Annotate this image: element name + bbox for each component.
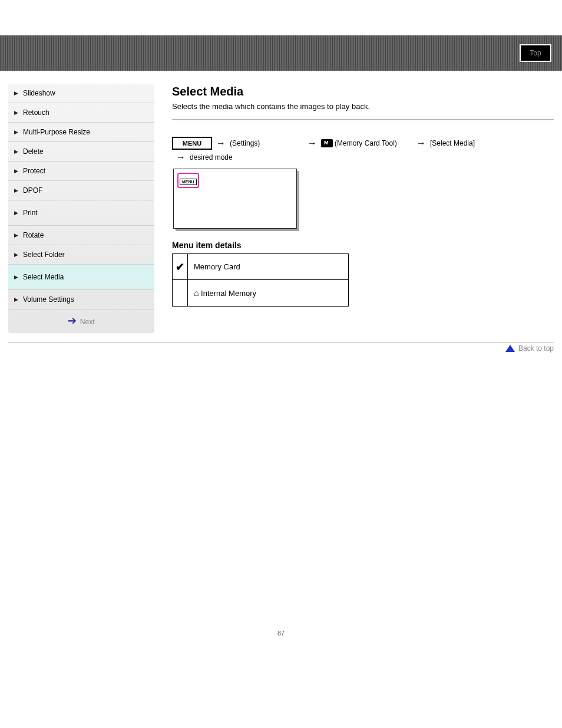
path-step-settings: (Settings) (230, 139, 303, 147)
page-title: Select Media (172, 85, 554, 98)
arrow-right-icon: → (412, 138, 430, 149)
sidebar-item-label: Delete (23, 147, 44, 156)
path-step-mode: desired mode (190, 153, 554, 162)
sidebar-next-label: Next (80, 318, 95, 326)
divider (172, 119, 554, 120)
chevron-right-icon: ▶ (14, 210, 18, 216)
sidebar-item-label: Volume Settings (23, 295, 74, 304)
page-number: 87 (0, 630, 562, 648)
path-step-memory-card-tool: (Memory Card Tool) (321, 139, 412, 147)
sidebar-item-dpof[interactable]: ▶DPOF (8, 181, 154, 200)
options-heading: Menu item details (172, 241, 554, 250)
arrow-right-icon: → (212, 138, 230, 149)
menu-highlight: MENU (177, 173, 199, 188)
header-band: Top (0, 35, 562, 71)
sidebar-item-resize[interactable]: ▶Multi-Purpose Resize (8, 123, 154, 142)
internal-memory-icon: ⌂ (194, 288, 199, 298)
sidebar-item-protect[interactable]: ▶Protect (8, 162, 154, 181)
chevron-right-icon: ▶ (14, 110, 18, 116)
path-step-select-media: [Select Media] (430, 139, 554, 147)
menu-path: MENU → (Settings) → (Memory Card Tool) →… (172, 137, 554, 150)
sidebar-item-label: Retouch (23, 108, 49, 117)
sidebar-item-label: Select Media (23, 273, 64, 281)
main-content: Select Media Selects the media which con… (172, 84, 554, 307)
memory-card-icon (321, 139, 333, 147)
page-subtitle: Selects the media which contains the ima… (172, 102, 554, 111)
check-cell-empty (173, 280, 188, 307)
sidebar-item-label: DPOF (23, 186, 42, 195)
option-label: ⌂ Internal Memory (188, 280, 349, 307)
chevron-right-icon: ▶ (14, 149, 18, 154)
chevron-right-icon: ▶ (14, 187, 18, 193)
back-to-top[interactable]: Back to top (8, 342, 554, 353)
sidebar-item-rotate[interactable]: ▶Rotate (8, 226, 154, 245)
sidebar-item-label: Slideshow (23, 89, 55, 97)
menu-button-icon-small: MENU (180, 179, 197, 185)
option-text: Internal Memory (201, 289, 256, 298)
sidebar-item-label: Select Folder (23, 251, 65, 259)
sidebar-item-print[interactable]: ▶Print (8, 200, 154, 226)
sidebar-item-label: Rotate (23, 231, 44, 239)
arrow-right-icon: ➔ (68, 315, 75, 327)
chevron-right-icon: ▶ (14, 90, 18, 96)
sidebar-item-label: Print (23, 209, 38, 217)
sidebar-item-retouch[interactable]: ▶Retouch (8, 103, 154, 123)
back-to-top-label: Back to top (518, 344, 554, 353)
sidebar-item-volume[interactable]: ▶Volume Settings (8, 290, 154, 309)
sidebar-item-label: Multi-Purpose Resize (23, 128, 90, 136)
options-table: ✔ Memory Card ⌂ Internal Memory (172, 253, 349, 307)
arrow-right-icon: → (172, 152, 190, 163)
path-step-label: (Memory Card Tool) (335, 139, 397, 147)
table-row: ⌂ Internal Memory (173, 280, 349, 307)
sidebar-item-delete[interactable]: ▶Delete (8, 142, 154, 162)
sidebar-next[interactable]: ➔ Next (8, 309, 154, 333)
arrow-up-icon (505, 345, 515, 352)
chevron-right-icon: ▶ (14, 129, 18, 135)
camera-screenshot: MENU (173, 169, 297, 229)
menu-button-icon: MENU (172, 137, 212, 150)
header-tab[interactable]: Top (520, 44, 551, 62)
sidebar-item-label: Protect (23, 167, 45, 175)
chevron-right-icon: ▶ (14, 297, 18, 302)
sidebar-item-select-media[interactable]: ▶Select Media (8, 265, 154, 290)
arrow-right-icon: → (303, 138, 321, 149)
chevron-right-icon: ▶ (14, 252, 18, 258)
sidebar-item-select-folder[interactable]: ▶Select Folder (8, 245, 154, 265)
chevron-right-icon: ▶ (14, 232, 18, 238)
chevron-right-icon: ▶ (14, 168, 18, 174)
check-icon: ✔ (173, 254, 188, 280)
table-row: ✔ Memory Card (173, 254, 349, 280)
sidebar: ▶Slideshow ▶Retouch ▶Multi-Purpose Resiz… (8, 84, 154, 333)
sidebar-item-slideshow[interactable]: ▶Slideshow (8, 84, 154, 103)
chevron-right-icon: ▶ (14, 274, 18, 280)
option-label: Memory Card (188, 254, 349, 280)
